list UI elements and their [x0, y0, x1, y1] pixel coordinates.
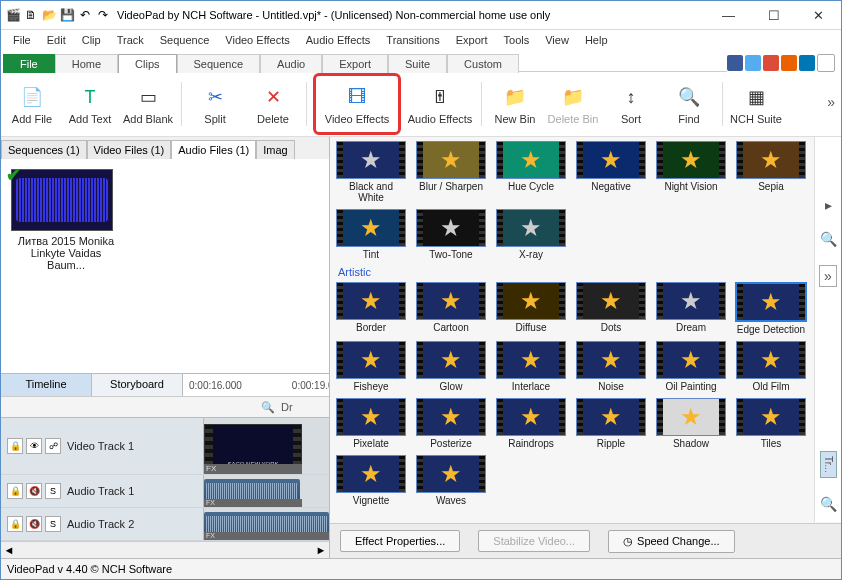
effect-tint[interactable]: Tint — [336, 209, 406, 260]
effect-waves[interactable]: Waves — [416, 455, 486, 506]
effect-sepia[interactable]: Sepia — [736, 141, 806, 203]
effect-dream[interactable]: Dream — [656, 282, 726, 335]
find-button[interactable]: 🔍Find — [662, 76, 716, 132]
tab-images[interactable]: Imag — [256, 140, 294, 159]
mute-icon[interactable]: 🔇 — [26, 516, 42, 532]
solo-icon[interactable]: S — [45, 483, 61, 499]
effect-properties-button[interactable]: Effect Properties... — [340, 530, 460, 552]
effect-pixelate[interactable]: Pixelate — [336, 398, 406, 449]
chevron-right-icon[interactable]: ▸ — [825, 197, 832, 213]
nch-suite-button[interactable]: ▦NCH Suite — [729, 76, 783, 132]
tab-tr[interactable]: Tr... — [820, 451, 837, 478]
audio-effects-button[interactable]: 🎚Audio Effects — [405, 76, 475, 132]
tab-home[interactable]: Home — [55, 54, 118, 73]
effect-oil-painting[interactable]: Oil Painting — [656, 341, 726, 392]
facebook-icon[interactable] — [727, 55, 743, 71]
effect-vignette[interactable]: Vignette — [336, 455, 406, 506]
menu-export[interactable]: Export — [448, 32, 496, 48]
effect-night-vision[interactable]: Night Vision — [656, 141, 726, 203]
eye-icon[interactable]: 👁 — [26, 438, 42, 454]
google-icon[interactable] — [763, 55, 779, 71]
tab-audio-files[interactable]: Audio Files (1) — [171, 140, 256, 159]
open-icon[interactable]: 📂 — [41, 7, 57, 23]
tab-suite[interactable]: Suite — [388, 54, 447, 73]
effect-noise[interactable]: Noise — [576, 341, 646, 392]
tab-custom[interactable]: Custom — [447, 54, 519, 73]
audio-clip-item[interactable]: ✔ Литва 2015 Monika Linkyte Vaidas Baum.… — [11, 169, 121, 271]
tab-file[interactable]: File — [3, 54, 55, 73]
effect-ripple[interactable]: Ripple — [576, 398, 646, 449]
effect-old-film[interactable]: Old Film — [736, 341, 806, 392]
speed-change-button[interactable]: ◷Speed Change... — [608, 530, 735, 553]
menu-file[interactable]: File — [5, 32, 39, 48]
effect-glow[interactable]: Glow — [416, 341, 486, 392]
expand-icon[interactable]: » — [819, 265, 837, 287]
effect-raindrops[interactable]: Raindrops — [496, 398, 566, 449]
linkedin-icon[interactable] — [799, 55, 815, 71]
tab-timeline[interactable]: Timeline — [1, 374, 92, 396]
menu-track[interactable]: Track — [109, 32, 152, 48]
menu-tools[interactable]: Tools — [496, 32, 538, 48]
add-text-button[interactable]: TAdd Text — [63, 76, 117, 132]
tab-export[interactable]: Export — [322, 54, 388, 73]
effect-fisheye[interactable]: Fisheye — [336, 341, 406, 392]
mute-icon[interactable]: 🔇 — [26, 483, 42, 499]
zoom-icon[interactable]: 🔍 — [261, 401, 275, 414]
lock-icon[interactable]: 🔒 — [7, 438, 23, 454]
undo-icon[interactable]: ↶ — [77, 7, 93, 23]
audio-track-2[interactable]: 🔒🔇S Audio Track 2 FX — [1, 508, 329, 541]
tab-sequence[interactable]: Sequence — [177, 54, 261, 73]
menu-clip[interactable]: Clip — [74, 32, 109, 48]
effect-negative[interactable]: Negative — [576, 141, 646, 203]
tab-sequences[interactable]: Sequences (1) — [1, 140, 87, 159]
audio-track-1[interactable]: 🔒🔇S Audio Track 1 FX — [1, 475, 329, 508]
video-effects-button[interactable]: 🎞Video Effects — [313, 73, 401, 135]
save-icon[interactable]: 💾 — [59, 7, 75, 23]
video-track-1[interactable]: 🔒👁☍ Video Track 1 SACO NEW YORK FX — [1, 418, 329, 475]
link-icon[interactable]: ☍ — [45, 438, 61, 454]
lock-icon[interactable]: 🔒 — [7, 516, 23, 532]
gear-icon[interactable] — [817, 54, 835, 72]
menu-view[interactable]: View — [537, 32, 577, 48]
effect-two-tone[interactable]: Two-Tone — [416, 209, 486, 260]
toolbar-overflow-icon[interactable]: » — [827, 94, 835, 110]
effect-cartoon[interactable]: Cartoon — [416, 282, 486, 335]
zoom-in-icon[interactable]: 🔍 — [820, 231, 837, 247]
tab-audio[interactable]: Audio — [260, 54, 322, 73]
stumble-icon[interactable] — [781, 55, 797, 71]
solo-icon[interactable]: S — [45, 516, 61, 532]
new-bin-button[interactable]: 📁New Bin — [488, 76, 542, 132]
effect-shadow[interactable]: Shadow — [656, 398, 726, 449]
lock-icon[interactable]: 🔒 — [7, 483, 23, 499]
effect-interlace[interactable]: Interlace — [496, 341, 566, 392]
delete-button[interactable]: ✕Delete — [246, 76, 300, 132]
tab-clips[interactable]: Clips — [118, 54, 176, 73]
menu-sequence[interactable]: Sequence — [152, 32, 218, 48]
menu-edit[interactable]: Edit — [39, 32, 74, 48]
tab-storyboard[interactable]: Storyboard — [92, 374, 183, 396]
effect-diffuse[interactable]: Diffuse — [496, 282, 566, 335]
zoom-out-icon[interactable]: 🔍 — [820, 496, 837, 512]
effect-blur-sharpen[interactable]: Blur / Sharpen — [416, 141, 486, 203]
maximize-button[interactable]: ☐ — [751, 1, 796, 29]
add-blank-button[interactable]: ▭Add Blank — [121, 76, 175, 132]
twitter-icon[interactable] — [745, 55, 761, 71]
timeline-scrollbar[interactable]: ◄► — [1, 541, 329, 558]
effect-edge-detection[interactable]: Edge Detection — [736, 282, 806, 335]
tab-video-files[interactable]: Video Files (1) — [87, 140, 172, 159]
split-button[interactable]: ✂Split — [188, 76, 242, 132]
add-file-button[interactable]: 📄Add File — [5, 76, 59, 132]
redo-icon[interactable]: ↷ — [95, 7, 111, 23]
effect-posterize[interactable]: Posterize — [416, 398, 486, 449]
new-icon[interactable]: 🗎 — [23, 7, 39, 23]
menu-help[interactable]: Help — [577, 32, 616, 48]
minimize-button[interactable]: — — [706, 1, 751, 29]
menu-transitions[interactable]: Transitions — [378, 32, 447, 48]
effect-black-and-white[interactable]: Black and White — [336, 141, 406, 203]
effect-border[interactable]: Border — [336, 282, 406, 335]
sort-button[interactable]: ↕Sort — [604, 76, 658, 132]
effect-dots[interactable]: Dots — [576, 282, 646, 335]
effect-tiles[interactable]: Tiles — [736, 398, 806, 449]
effect-x-ray[interactable]: X-ray — [496, 209, 566, 260]
effect-hue-cycle[interactable]: Hue Cycle — [496, 141, 566, 203]
